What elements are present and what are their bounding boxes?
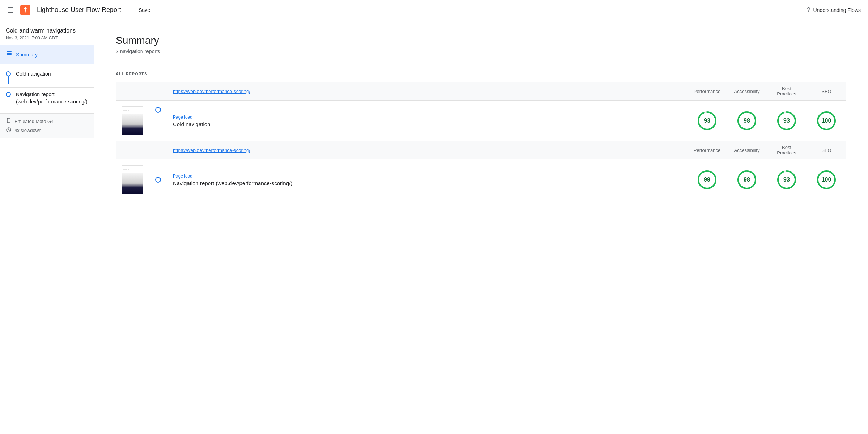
score-value-bp-2: 93 [783,176,790,183]
understanding-flows-link[interactable]: ? Understanding Flows [807,6,861,14]
device-info: Emulated Moto G4 [6,118,88,125]
sidebar-item-navigation-report[interactable]: Navigation report (web.dev/performance-s… [0,88,94,109]
timeline-col-2 [149,159,167,200]
nav-label-cold: Cold navigation [16,71,51,78]
score-seo-2[interactable]: 100 [807,159,846,200]
sidebar-summary[interactable]: Summary [0,45,94,64]
score-circle-bp-1: 93 [776,111,797,131]
timeline-line-1 [158,113,158,135]
main-content: Summary 2 navigation reports ALL REPORTS… [94,20,868,434]
score-value-acc-1: 98 [744,118,750,124]
score-seo-1[interactable]: 100 [807,101,846,141]
col-seo-2: SEO [807,141,846,159]
report-info-1: Page load Cold navigation [167,101,687,141]
lighthouse-logo [20,4,31,16]
help-icon: ? [807,6,810,14]
col-best-practices-2: Best Practices [767,141,807,159]
slowdown-info: 4x slowdown [6,127,88,134]
summary-icon [6,50,12,59]
sidebar: Cold and warm navigations Nov 3, 2021, 7… [0,20,94,434]
nav-timeline-1 [6,71,11,84]
report-table-2: https://web.dev/performance-scoring/ Per… [116,141,846,200]
col-accessibility-1: Accessibility [727,82,767,101]
score-performance-1[interactable]: 93 [687,101,727,141]
header-timeline-col [149,82,167,101]
nav-label-report: Navigation report (web.dev/performance-s… [16,91,88,105]
all-reports-section: ALL REPORTS https://web.dev/performance-… [116,72,846,200]
score-circle-seo-2: 100 [816,170,837,190]
score-bestpractices-1[interactable]: 93 [767,101,807,141]
score-accessibility-1[interactable]: 98 [727,101,767,141]
timeline-dot-2 [155,177,161,183]
project-title: Cold and warm navigations [6,27,88,34]
score-value-perf-2: 99 [704,176,710,183]
score-value-seo-1: 100 [822,118,831,124]
sidebar-nav: Cold navigation Navigation report (web.d… [0,64,94,112]
score-bestpractices-2[interactable]: 93 [767,159,807,200]
sidebar-item-cold-navigation[interactable]: Cold navigation [0,67,94,88]
report-header-row-1: https://web.dev/performance-scoring/ Per… [116,82,846,101]
page-screenshot-1 [122,106,143,135]
score-circle-seo-1: 100 [816,111,837,131]
svg-rect-3 [7,54,12,55]
slowdown-label: 4x slowdown [14,128,41,133]
main-layout: Cold and warm navigations Nov 3, 2021, 7… [0,20,868,434]
sidebar-device-info: Emulated Moto G4 4x slowdown [0,113,94,138]
project-date: Nov 3, 2021, 7:00 AM CDT [6,35,88,41]
sidebar-project: Cold and warm navigations Nov 3, 2021, 7… [0,20,94,45]
menu-icon[interactable]: ☰ [7,6,14,14]
report-screenshot-1 [116,101,149,141]
report-table-1: https://web.dev/performance-scoring/ Per… [116,82,846,141]
page-load-label-2: Page load [173,174,681,179]
score-circle-acc-2: 98 [737,170,757,190]
nav-dot-1 [6,71,11,76]
col-seo-1: SEO [807,82,846,101]
nav-link-1[interactable]: Cold navigation [173,121,210,127]
report-url-1[interactable]: https://web.dev/performance-scoring/ [167,82,687,101]
score-performance-2[interactable]: 99 [687,159,727,200]
timeline-dot-1 [155,107,161,113]
summary-section: Summary 2 navigation reports [116,35,846,54]
save-button[interactable]: Save [134,5,154,15]
score-accessibility-2[interactable]: 98 [727,159,767,200]
summary-subtitle: 2 navigation reports [116,48,846,54]
nav-line-1 [8,76,9,84]
score-circle-perf-1: 93 [697,111,717,131]
all-reports-label: ALL REPORTS [116,72,846,76]
col-accessibility-2: Accessibility [727,141,767,159]
svg-rect-2 [7,53,12,54]
score-value-bp-1: 93 [783,118,790,124]
svg-rect-1 [7,51,12,52]
score-circle-perf-2: 99 [697,170,717,190]
report-header-row-2: https://web.dev/performance-scoring/ Per… [116,141,846,159]
svg-point-5 [8,122,9,123]
col-performance-1: Performance [687,82,727,101]
score-circle-bp-2: 93 [776,170,797,190]
nav-dot-2 [6,92,11,97]
summary-title: Summary [116,35,846,46]
score-value-seo-2: 100 [822,176,831,183]
header-visual-col [116,82,149,101]
device-label: Emulated Moto G4 [14,119,54,124]
page-screenshot-2 [122,165,143,194]
app-title: Lighthouse User Flow Report [37,6,121,14]
col-best-practices-1: Best Practices [767,82,807,101]
nav-timeline-2 [6,92,11,97]
understanding-flows-label: Understanding Flows [813,7,861,13]
summary-label: Summary [16,52,38,58]
nav-link-2[interactable]: Navigation report (web.dev/performance-s… [173,180,292,186]
score-value-acc-2: 98 [744,176,750,183]
report-info-2: Page load Navigation report (web.dev/per… [167,159,687,200]
page-load-label-1: Page load [173,115,681,120]
score-circle-acc-1: 98 [737,111,757,131]
col-performance-2: Performance [687,141,727,159]
slowdown-icon [6,127,12,134]
report-screenshot-2 [116,159,149,200]
timeline-col-1 [149,101,167,141]
header-left: ☰ Lighthouse User Flow Report Save [7,4,154,16]
report-url-2[interactable]: https://web.dev/performance-scoring/ [167,141,687,159]
score-value-perf-1: 93 [704,118,710,124]
header-visual-col-2 [116,141,149,159]
device-icon [6,118,12,125]
header-timeline-col-2 [149,141,167,159]
